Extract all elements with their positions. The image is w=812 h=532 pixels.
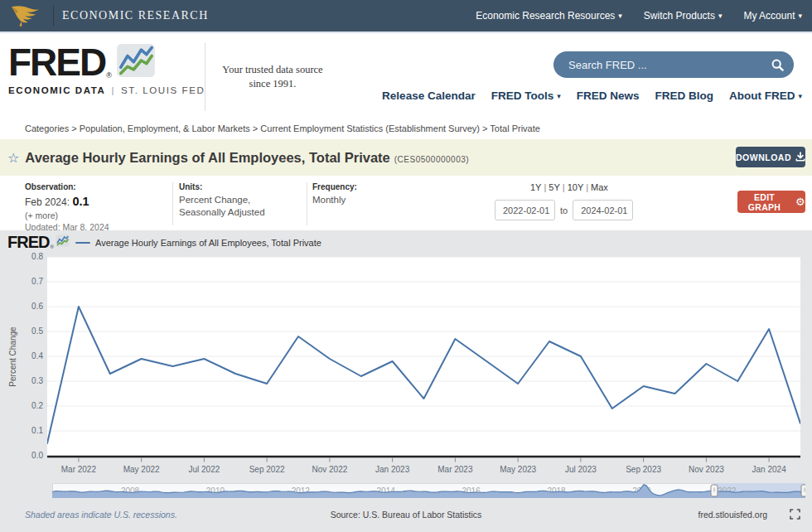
edit-graph-button[interactable]: EDIT GRAPH ⚙ <box>737 191 805 213</box>
search-input[interactable] <box>568 59 771 71</box>
fred-site-link[interactable]: fred.stlouisfed.org <box>698 510 767 520</box>
more-link[interactable]: (+ more) <box>25 210 109 221</box>
tagline-line1: Your trusted data source <box>211 63 334 77</box>
plot-area[interactable] <box>47 257 800 464</box>
observation-value: 0.1 <box>72 195 89 208</box>
y-tick-label: 0.8 <box>7 252 43 262</box>
breadcrumb-row: Categories > Population, Employment, & L… <box>0 118 812 139</box>
x-tick-label: Sep 2023 <box>618 465 669 474</box>
title-band: ☆ Average Hourly Earnings of All Employe… <box>0 139 812 176</box>
range-presets: 1Y|5Y|10Y|Max <box>530 182 608 192</box>
x-tick-label: May 2022 <box>116 465 167 474</box>
fred-logo[interactable]: FRED ® ECONOMIC DATA | ST. LOUIS FED <box>8 43 205 95</box>
chart-fred-watermark[interactable]: FRED ® <box>7 234 70 250</box>
nav-link-about-fred[interactable]: About FRED▾ <box>729 89 802 102</box>
masthead-divider <box>205 43 205 111</box>
topbar-link-economic-research-resources[interactable]: Economic Research Resources▾ <box>476 10 622 22</box>
y-tick-label: 0.5 <box>7 326 43 336</box>
fred-wordmark: FRED <box>8 45 105 81</box>
range-preset-max[interactable]: Max <box>591 182 608 192</box>
fred-page: ECONOMIC RESEARCH Economic Research Reso… <box>0 0 812 532</box>
y-tick-label: 0.2 <box>7 401 43 411</box>
tagline: Your trusted data source since 1991. <box>211 63 334 91</box>
units-value-line1: Percent Change, <box>179 194 265 207</box>
topbar-brand[interactable]: ECONOMIC RESEARCH <box>62 9 209 22</box>
legend-label: Average Hourly Earnings of All Employees… <box>95 238 321 248</box>
fred-nav: Release CalendarFRED Tools▾FRED NewsFRED… <box>382 89 802 102</box>
legend-line-swatch <box>75 242 90 244</box>
observation-label: Observation: <box>25 181 109 193</box>
watermark-chart-icon <box>56 235 70 250</box>
search-bar <box>553 51 794 78</box>
download-icon <box>795 152 805 163</box>
watermark-text: FRED <box>7 234 49 250</box>
topbar: ECONOMIC RESEARCH Economic Research Reso… <box>0 0 812 33</box>
breadcrumb[interactable]: Categories > Population, Employment, & L… <box>25 123 540 133</box>
date-to-input[interactable] <box>573 200 633 220</box>
chart-panel: FRED ® Average Hourly Earnings of All Em… <box>0 230 812 532</box>
nav-link-fred-tools[interactable]: FRED Tools▾ <box>491 89 561 102</box>
slider-handle[interactable] <box>801 485 805 496</box>
preset-separator: | <box>586 182 588 192</box>
date-from-input[interactable] <box>495 200 555 220</box>
stlouisfed-eagle-logo[interactable] <box>10 4 45 27</box>
fred-subtitle-divider: | <box>111 85 115 95</box>
x-tick-label: Jul 2022 <box>178 465 230 474</box>
meta-divider-2 <box>307 182 307 225</box>
y-tick-label: 0.4 <box>7 351 43 361</box>
x-tick-label: Nov 2023 <box>680 465 732 474</box>
topbar-links: Economic Research Resources▾Switch Produ… <box>476 10 802 22</box>
meta-strip: Observation: Feb 2024: 0.1 (+ more) Upda… <box>0 176 812 230</box>
masthead: FRED ® ECONOMIC DATA | ST. LOUIS FED You… <box>0 35 812 118</box>
eagle-icon <box>10 4 45 27</box>
range-preset-10y[interactable]: 10Y <box>568 182 584 192</box>
range-preset-1y[interactable]: 1Y <box>530 182 541 192</box>
range-preset-5y[interactable]: 5Y <box>549 182 559 192</box>
chevron-down-icon: ▾ <box>557 92 561 100</box>
download-button[interactable]: DOWNLOAD <box>736 147 805 167</box>
fullscreen-icon[interactable] <box>790 509 800 520</box>
x-tick-label: Mar 2023 <box>429 465 481 474</box>
preset-separator: | <box>563 182 565 192</box>
fred-subtitle-stl-fed: ST. LOUIS FED <box>121 85 205 95</box>
y-tick-label: 0.0 <box>7 451 43 461</box>
watermark-reg: ® <box>50 244 53 249</box>
chevron-down-icon: ▾ <box>718 12 723 20</box>
x-tick-label: Jan 2023 <box>367 465 418 474</box>
recession-note: Shaded areas indicate U.S. recessions. <box>25 510 177 520</box>
topbar-divider <box>53 5 54 27</box>
chevron-down-icon: ▾ <box>798 12 802 20</box>
series-id: (CES0500000003) <box>394 155 469 164</box>
fred-chart-icon <box>115 43 157 81</box>
chart-legend: Average Hourly Earnings of All Employees… <box>75 238 321 248</box>
nav-link-release-calendar[interactable]: Release Calendar <box>382 89 476 102</box>
x-tick-label: Nov 2022 <box>304 465 355 474</box>
registered-mark: ® <box>106 71 112 80</box>
units-label: Units: <box>179 181 265 193</box>
frequency-label: Frequency: <box>312 181 357 193</box>
x-tick-label: May 2023 <box>492 465 544 474</box>
nav-link-fred-news[interactable]: FRED News <box>577 89 640 102</box>
nav-link-fred-blog[interactable]: FRED Blog <box>655 89 713 102</box>
observation-value-line: Feb 2024: 0.1 <box>25 194 109 210</box>
gear-icon: ⚙ <box>795 196 805 208</box>
range-slider[interactable]: 200820102012201420162018202020222024 <box>52 483 805 498</box>
page-title: Average Hourly Earnings of All Employees… <box>25 150 389 166</box>
units-value-line2: Seasonally Adjusted <box>179 206 265 220</box>
tagline-line2: since 1991. <box>211 77 334 91</box>
x-tick-label: Mar 2022 <box>53 465 104 474</box>
observation-date: Feb 2024: <box>25 196 70 208</box>
y-tick-label: 0.6 <box>7 302 43 312</box>
favorite-star-icon[interactable]: ☆ <box>7 150 19 166</box>
slider-handle[interactable] <box>711 485 718 496</box>
topbar-link-my-account[interactable]: My Account▾ <box>743 10 802 22</box>
y-tick-label: 0.3 <box>7 376 43 386</box>
y-tick-label: 0.7 <box>7 277 43 287</box>
preset-separator: | <box>544 182 546 192</box>
search-icon[interactable] <box>771 59 784 71</box>
topbar-link-switch-products[interactable]: Switch Products▾ <box>644 10 723 22</box>
edit-graph-label: EDIT GRAPH <box>737 192 791 212</box>
x-tick-label: Jul 2023 <box>555 465 607 474</box>
x-tick-label: Jan 2024 <box>743 465 795 474</box>
chevron-down-icon: ▾ <box>618 12 622 20</box>
